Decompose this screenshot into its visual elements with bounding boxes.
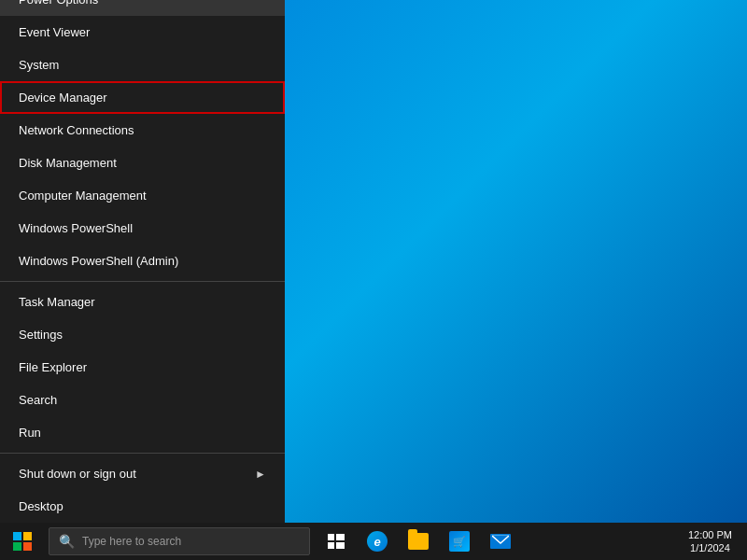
menu-item-network-connections[interactable]: Network Connections	[0, 114, 285, 147]
menu-item-disk-management[interactable]: Disk Management	[0, 147, 285, 179]
svg-rect-1	[336, 534, 345, 540]
task-view-button[interactable]	[317, 523, 355, 560]
svg-rect-3	[336, 542, 345, 549]
search-icon: 🔍	[59, 534, 75, 549]
desktop: Apps and Features Power Options Event Vi…	[0, 0, 747, 560]
svg-rect-0	[328, 534, 334, 540]
task-view-icon	[328, 534, 345, 549]
menu-item-power-options[interactable]: Power Options	[0, 0, 285, 16]
menu-item-windows-powershell-admin[interactable]: Windows PowerShell (Admin)	[0, 245, 285, 277]
menu-item-computer-management[interactable]: Computer Management	[0, 179, 285, 212]
mail-envelope-icon	[492, 535, 509, 548]
menu-item-shut-down-sign-out[interactable]: Shut down or sign out ►	[0, 457, 285, 490]
mail-icon	[490, 534, 511, 549]
menu-item-task-manager[interactable]: Task Manager	[0, 286, 285, 318]
taskbar-search-text: Type here to search	[82, 535, 181, 548]
menu-item-search[interactable]: Search	[0, 384, 285, 416]
taskbar-icon-group: e 🛒	[317, 523, 519, 560]
context-menu: Apps and Features Power Options Event Vi…	[0, 0, 285, 523]
menu-item-system[interactable]: System	[0, 49, 285, 81]
store-icon: 🛒	[449, 531, 470, 552]
folder-icon	[408, 533, 429, 550]
menu-item-device-manager[interactable]: Device Manager	[0, 81, 285, 114]
start-button[interactable]	[0, 523, 45, 560]
menu-divider-2	[0, 453, 285, 454]
taskbar: 🔍 Type here to search e	[0, 523, 747, 560]
menu-item-desktop[interactable]: Desktop	[0, 490, 285, 523]
menu-item-windows-powershell[interactable]: Windows PowerShell	[0, 212, 285, 245]
tray-time[interactable]: 12:00 PM 1/1/2024	[681, 526, 740, 557]
edge-button[interactable]: e	[359, 523, 396, 560]
mail-button[interactable]	[482, 523, 519, 560]
store-button[interactable]: 🛒	[441, 523, 478, 560]
svg-rect-2	[328, 542, 334, 549]
menu-item-event-viewer[interactable]: Event Viewer	[0, 16, 285, 49]
menu-divider-1	[0, 281, 285, 282]
menu-item-run[interactable]: Run	[0, 416, 285, 449]
system-tray: 12:00 PM 1/1/2024	[681, 526, 747, 557]
edge-icon: e	[367, 531, 388, 552]
menu-item-settings[interactable]: Settings	[0, 318, 285, 351]
submenu-arrow-icon: ►	[255, 468, 266, 481]
windows-logo-icon	[13, 532, 32, 551]
file-explorer-button[interactable]	[400, 523, 437, 560]
menu-item-file-explorer[interactable]: File Explorer	[0, 351, 285, 384]
taskbar-search-bar[interactable]: 🔍 Type here to search	[49, 527, 310, 555]
